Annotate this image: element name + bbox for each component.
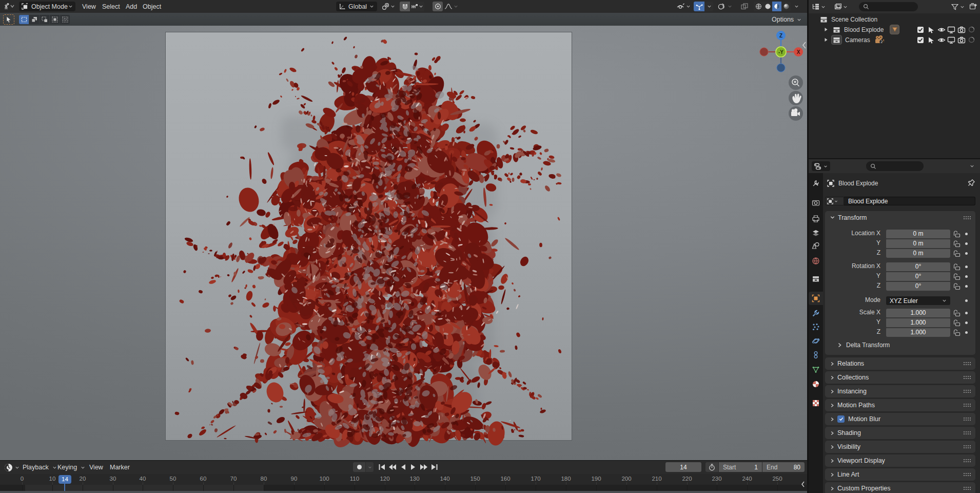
svg-text:Z: Z (779, 33, 782, 39)
svg-text:2: 2 (880, 40, 883, 44)
svg-text:X: X (797, 49, 800, 55)
svg-text:-Y: -Y (778, 49, 783, 55)
